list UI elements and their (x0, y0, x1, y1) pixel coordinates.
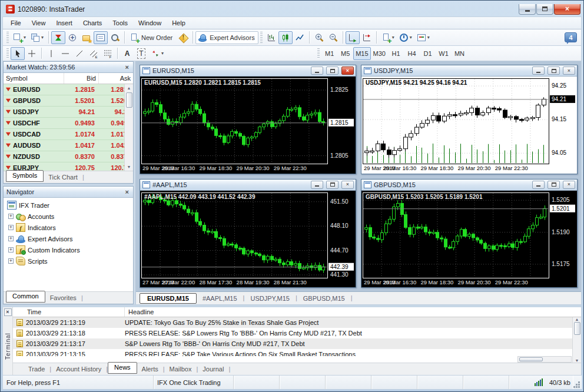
menu-help[interactable]: Help (167, 18, 191, 28)
chart-window-titlebar-eurusd[interactable]: EURUSD,M15× (140, 65, 356, 77)
chart-restore-button[interactable] (548, 181, 560, 189)
vertical-line-tool-button[interactable] (44, 47, 58, 60)
templates-button[interactable]: ▾ (414, 31, 432, 44)
market-watch-tab-symbols[interactable]: Symbols (6, 170, 44, 182)
menu-view[interactable]: View (26, 18, 51, 28)
line-chart-button[interactable] (293, 31, 307, 44)
chart-restore-button[interactable] (548, 67, 560, 75)
market-watch-row-audusd[interactable]: AUDUSD1.04171.0420 (4, 140, 133, 151)
terminal-tab-alerts[interactable]: Alerts (137, 364, 163, 375)
expand-plus-icon[interactable] (8, 225, 14, 230)
market-watch-row-usdcad[interactable]: USDCAD1.01741.0177 (4, 129, 133, 140)
navigator-item-scripts[interactable]: Scripts (5, 255, 132, 267)
window-restore-button[interactable] (536, 4, 553, 15)
crosshair-tool-button[interactable] (25, 47, 39, 60)
terminal-scrollbar[interactable]: ▲ ▼ (572, 317, 581, 363)
timeframe-mn-button[interactable]: MN (452, 47, 467, 60)
auto-scroll-button[interactable] (346, 31, 360, 44)
zoom-in-button[interactable] (312, 31, 326, 44)
navigator-item-accounts[interactable]: Accounts (5, 211, 132, 222)
notifications-badge[interactable]: 4 (565, 32, 577, 42)
timeframe-m1-button[interactable]: M1 (321, 47, 337, 60)
column-bid[interactable]: Bid (64, 73, 98, 84)
arrows-tool-button[interactable]: ▾ (148, 47, 166, 60)
expand-plus-icon[interactable] (8, 258, 14, 264)
text-tool-button[interactable]: A (120, 47, 134, 60)
timeframe-m30-button[interactable]: M30 (371, 47, 388, 60)
expand-plus-icon[interactable] (8, 214, 14, 219)
chart-window-eurusd[interactable]: EURUSD,M15×1.28251.28151.280529 Mar 2013… (140, 65, 356, 174)
scrollbar-thumb[interactable] (574, 322, 580, 335)
menu-tools[interactable]: Tools (107, 18, 133, 28)
timeframe-m5-button[interactable]: M5 (337, 47, 353, 60)
terminal-tab-news[interactable]: News (108, 362, 137, 374)
chart-tab-eurusd-m15[interactable]: EURUSD,M15 (140, 293, 197, 304)
scroll-up-icon[interactable]: ▲ (575, 317, 579, 321)
market-watch-row-nzdusd[interactable]: NZDUSD0.83700.8373 (4, 151, 133, 162)
equidistant-channel-tool-button[interactable]: E (87, 47, 101, 60)
chart-close-button[interactable]: × (563, 67, 575, 75)
chart-shift-button[interactable] (360, 31, 374, 44)
periods-button[interactable]: ▾ (397, 31, 414, 44)
navigator-item-indicators[interactable]: Indicators (5, 222, 132, 233)
terminal-toggle-button[interactable] (94, 31, 108, 44)
news-row[interactable]: 2013/03/29 21:13:18PRESS RELEASE: S&P Lo… (13, 328, 581, 338)
bar-chart-button[interactable] (264, 31, 278, 44)
data-window-button[interactable] (65, 31, 79, 44)
toolbar-grip[interactable] (317, 48, 320, 58)
horizontal-line-tool-button[interactable] (58, 47, 72, 60)
menu-window[interactable]: Window (133, 18, 167, 28)
chart-window-titlebar-usdjpy[interactable]: USDJPY,M15× (361, 65, 577, 77)
window-minimize-button[interactable] (519, 4, 536, 15)
scrollbar-thumb[interactable] (126, 92, 132, 108)
expert-advisors-button[interactable]: Expert Advisors (195, 31, 258, 44)
expand-plus-icon[interactable] (8, 247, 14, 253)
column-ask[interactable]: Ask (98, 73, 133, 84)
chart-canvas-aapl[interactable]: 451.50448.10444.70442.39441.3027 Mar 201… (140, 191, 356, 288)
status-trading-mode[interactable]: IFX One Click Trading (154, 376, 234, 389)
toolbar-grip[interactable] (6, 32, 9, 43)
navigator-tab-common[interactable]: Common (6, 291, 45, 303)
fibonacci-tool-button[interactable]: F (101, 47, 115, 60)
chart-minimize-button[interactable] (532, 67, 545, 75)
timeframe-h1-button[interactable]: H1 (388, 47, 404, 60)
navigator-root-ifx-trader[interactable]: IFX Trader (5, 200, 132, 211)
chart-window-usdjpy[interactable]: USDJPY,M15×94.2594.2194.1594.0529 Mar 20… (361, 65, 578, 174)
candlestick-chart-button[interactable] (278, 31, 293, 44)
trendline-tool-button[interactable] (72, 47, 87, 60)
market-watch-scrollbar[interactable]: ▲ ▼ (124, 84, 133, 171)
navigator-tab-favorites[interactable]: Favorites (45, 293, 81, 304)
chart-minimize-button[interactable] (311, 67, 323, 75)
text-label-tool-button[interactable]: T (134, 47, 148, 60)
terminal-close-icon[interactable]: × (4, 308, 12, 316)
resize-grip[interactable] (573, 376, 581, 389)
new-chart-button[interactable]: ▾ (11, 31, 28, 44)
chart-canvas-eurusd[interactable]: 1.28251.28151.280529 Mar 201329 Mar 16:3… (140, 77, 356, 174)
menu-file[interactable]: File (5, 18, 26, 28)
chart-close-button[interactable]: × (341, 181, 354, 189)
cursor-tool-button[interactable] (11, 47, 25, 60)
column-time[interactable]: Time (13, 307, 125, 317)
toolbar-grip[interactable] (6, 48, 9, 58)
scroll-down-icon[interactable]: ▼ (575, 358, 579, 363)
market-watch-row-usdchf[interactable]: USDCHF0.94930.9496 (4, 118, 133, 129)
news-row[interactable]: 2013/03/29 21:13:19UPDATE: Tokyo Gas To … (13, 317, 581, 328)
scroll-down-icon[interactable]: ▼ (127, 163, 131, 171)
window-close-button[interactable]: × (554, 4, 580, 15)
column-headline[interactable]: Headline (125, 307, 581, 317)
terminal-horizontal-scrollbar[interactable] (517, 356, 572, 363)
terminal-tab-account-history[interactable]: Account History (51, 364, 106, 375)
chart-restore-button[interactable] (326, 181, 339, 189)
chart-close-button[interactable]: × (341, 67, 354, 75)
navigator-item-custom-indicators[interactable]: Custom Indicators (5, 244, 132, 255)
scroll-up-icon[interactable]: ▲ (127, 84, 131, 92)
toolbar-grip[interactable] (260, 32, 263, 43)
navigator-close-icon[interactable]: × (124, 188, 130, 195)
timeframe-d1-button[interactable]: D1 (420, 47, 436, 60)
timeframe-w1-button[interactable]: W1 (436, 47, 452, 60)
market-watch-toggle-button[interactable] (51, 31, 65, 44)
expand-plus-icon[interactable] (8, 236, 14, 241)
chart-canvas-usdjpy[interactable]: 94.2594.2194.1594.0529 Mar 201329 Mar 16… (361, 77, 577, 174)
chart-close-button[interactable]: × (563, 181, 575, 189)
chart-tab--aapl-m15[interactable]: #AAPL,M15 (197, 293, 243, 304)
